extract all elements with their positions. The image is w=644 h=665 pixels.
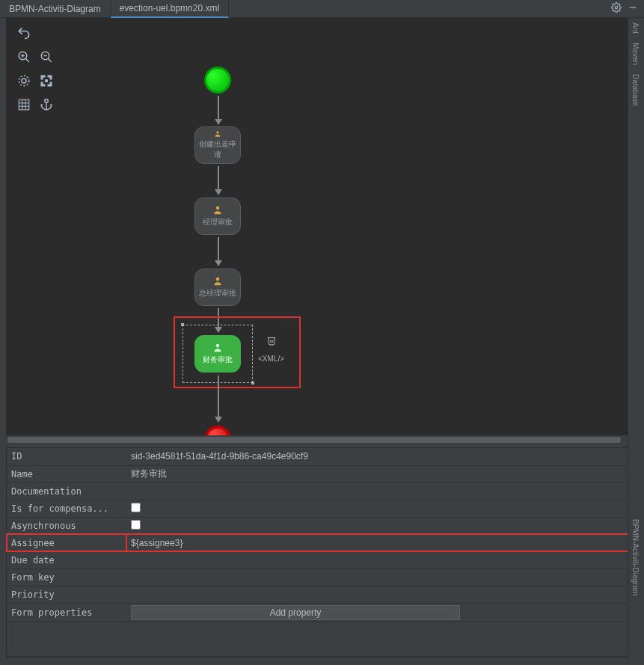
prop-row-duedate: Due date <box>7 551 637 569</box>
toolbar <box>6 18 58 435</box>
side-tab-database[interactable]: Database <box>628 70 643 111</box>
trash-icon[interactable] <box>266 335 277 347</box>
sequence-arrow[interactable] <box>218 376 219 422</box>
zoom-fit-icon[interactable] <box>15 72 33 90</box>
id-input[interactable] <box>131 451 633 462</box>
svg-point-9 <box>22 79 26 83</box>
prop-label: Name <box>7 465 126 482</box>
prop-row-formprops: Form properties Add property <box>7 603 637 622</box>
user-icon <box>212 343 223 353</box>
sequence-arrow[interactable] <box>218 237 219 266</box>
svg-point-21 <box>216 278 220 281</box>
task-create-request[interactable]: 创建出差申请 <box>194 126 241 164</box>
undo-icon[interactable] <box>15 24 33 42</box>
svg-point-20 <box>216 206 220 210</box>
user-icon <box>212 276 223 286</box>
side-tab-bpmn[interactable]: BPMN-Activiti-Diagram <box>628 515 643 600</box>
side-tab-ant[interactable]: Ant <box>628 18 643 38</box>
zoom-actual-icon[interactable] <box>37 72 55 90</box>
prop-label: Is for compensa... <box>7 500 126 517</box>
zoom-in-icon[interactable] <box>15 48 33 66</box>
prop-row-compensation: Is for compensa... <box>7 500 637 517</box>
task-label: 财务审批 <box>203 355 233 365</box>
tab-bar: BPMN-Activiti-Diagram evection-uel.bpmn2… <box>0 0 644 18</box>
svg-point-17 <box>45 99 49 103</box>
tab-bpmn-diagram[interactable]: BPMN-Activiti-Diagram <box>0 1 111 17</box>
anchor-icon[interactable] <box>37 96 55 114</box>
sequence-arrow[interactable] <box>218 166 219 194</box>
prop-label: Form properties <box>7 603 126 622</box>
prop-row-priority: Priority <box>7 586 637 603</box>
right-sidebar: Ant Maven Database BPMN-Activiti-Diagram <box>628 18 644 660</box>
prop-label: Form key <box>7 569 126 586</box>
prop-label: Due date <box>7 551 126 569</box>
prop-row-id: ID <box>7 448 637 465</box>
prop-row-assignee: Assignee <box>7 534 637 551</box>
user-icon <box>212 130 223 138</box>
prop-row-doc: Documentation <box>7 482 637 500</box>
duedate-input[interactable] <box>131 555 633 566</box>
horizontal-scrollbar[interactable] <box>6 435 638 444</box>
prop-label: Priority <box>7 586 126 603</box>
prop-label: Documentation <box>7 482 126 500</box>
task-gm-approve[interactable]: 总经理审批 <box>194 269 241 306</box>
add-property-button[interactable]: Add property <box>131 605 460 620</box>
svg-point-22 <box>216 344 220 348</box>
xml-action[interactable]: <XML/> <box>258 355 284 363</box>
side-tab-maven[interactable]: Maven <box>628 38 643 70</box>
user-icon <box>212 205 223 215</box>
task-finance-approve[interactable]: 财务审批 <box>194 335 241 373</box>
tab-evection-xml[interactable]: evection-uel.bpmn20.xml <box>111 0 229 18</box>
name-input[interactable] <box>131 469 633 479</box>
end-event[interactable] <box>204 426 231 435</box>
formkey-input[interactable] <box>131 572 633 583</box>
priority-input[interactable] <box>131 589 633 600</box>
properties-panel: ID Name Documentation Is for compensa...… <box>6 447 638 658</box>
svg-point-10 <box>19 76 29 86</box>
zoom-out-icon[interactable] <box>37 48 55 66</box>
task-label: 创建出差申请 <box>198 139 237 160</box>
svg-point-0 <box>615 6 618 9</box>
svg-line-3 <box>25 58 29 62</box>
gear-icon[interactable] <box>611 2 622 15</box>
prop-row-name: Name <box>7 465 637 482</box>
canvas[interactable]: 创建出差申请 经理审批 总经理审批 财务审批 <XML/> <box>58 18 635 435</box>
sequence-arrow[interactable] <box>218 96 219 124</box>
prop-label: ID <box>7 448 126 465</box>
prop-label: Asynchronous <box>7 517 126 534</box>
svg-point-11 <box>46 80 48 82</box>
async-checkbox[interactable] <box>131 520 141 530</box>
task-label: 总经理审批 <box>199 288 236 298</box>
prop-row-formkey: Form key <box>7 569 637 586</box>
svg-line-7 <box>48 58 52 62</box>
prop-label: Assignee <box>7 534 126 551</box>
start-event[interactable] <box>204 67 231 94</box>
compensation-checkbox[interactable] <box>131 503 141 512</box>
documentation-input[interactable] <box>131 486 633 497</box>
prop-row-async: Asynchronous <box>7 517 637 534</box>
grid-icon[interactable] <box>15 96 33 114</box>
selection-actions: <XML/> <box>258 335 284 363</box>
task-manager-approve[interactable]: 经理审批 <box>194 197 241 235</box>
svg-rect-12 <box>19 99 29 110</box>
task-label: 经理审批 <box>203 217 233 227</box>
assignee-input[interactable] <box>131 538 198 548</box>
minimize-icon[interactable] <box>628 2 638 15</box>
editor-area: 创建出差申请 经理审批 总经理审批 财务审批 <XML/> <box>0 18 644 435</box>
svg-point-19 <box>216 131 218 133</box>
